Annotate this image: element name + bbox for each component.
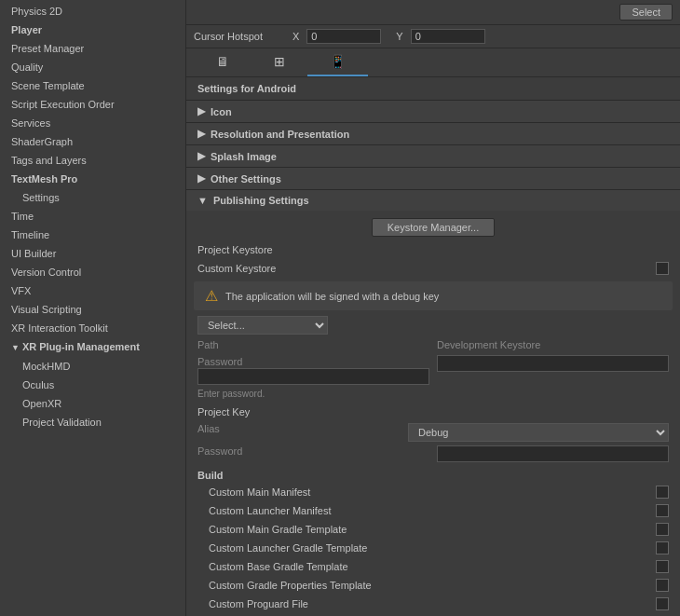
custom-gradle-props-checkbox[interactable] (656, 579, 669, 592)
password2-col: Password (197, 445, 429, 462)
section-splash-title[interactable]: ▶ Splash Image (186, 145, 680, 167)
sidebar-item-vfx[interactable]: VFX (0, 281, 185, 300)
alias-value-col: Debug (408, 423, 669, 442)
keystore-dropdown[interactable]: Select... (197, 316, 328, 335)
tab-standalone[interactable]: ⊞ (252, 48, 307, 76)
section-other-title[interactable]: ▶ Other Settings (186, 168, 680, 189)
password2-row: Password (186, 444, 680, 464)
sidebar-item-xr-plugin[interactable]: ▼XR Plug-in Management (0, 337, 185, 357)
alias-row: Alias Debug (186, 421, 680, 444)
sidebar-item-time[interactable]: Time (0, 207, 185, 226)
custom-base-gradle-checkbox[interactable] (656, 560, 669, 573)
custom-proguard-row: Custom Proguard File (186, 595, 680, 613)
custom-main-gradle-label: Custom Main Gradle Template (197, 524, 656, 535)
alias-dropdown[interactable]: Debug (408, 423, 669, 442)
section-other: ▶ Other Settings (186, 168, 680, 190)
sidebar-item-preset-manager[interactable]: Preset Manager (0, 39, 185, 58)
cursor-x-input[interactable] (306, 29, 381, 44)
tab-monitor[interactable]: 🖥 (194, 48, 252, 76)
arrow-right-icon: ▶ (197, 105, 205, 117)
path-devkeystore-row: Path Development Keystore (186, 336, 680, 353)
sidebar-item-openxr[interactable]: OpenXR (0, 394, 185, 413)
alias-label: Alias (197, 423, 220, 434)
project-key-row: Project Key (186, 403, 680, 421)
sidebar-item-scene-template[interactable]: Scene Template (0, 76, 185, 95)
sidebar-item-oculus[interactable]: Oculus (0, 376, 185, 394)
alias-col: Alias (197, 423, 401, 442)
top-bar: Select (186, 0, 680, 25)
arrow-right-icon4: ▶ (197, 172, 205, 185)
custom-launcher-manifest-label: Custom Launcher Manifest (197, 505, 656, 516)
dev-keystore-label: Development Keystore (437, 338, 669, 351)
section-resolution-title[interactable]: ▶ Resolution and Presentation (186, 123, 680, 144)
settings-for-android-header: Settings for Android (186, 77, 680, 101)
debug-key-warning: ⚠ The application will be signed with a … (194, 281, 673, 310)
sidebar-item-physics2d[interactable]: Physics 2D (0, 2, 185, 21)
sidebar-item-ui-builder[interactable]: UI Builder (0, 244, 185, 263)
keystore-select-row: Select... (186, 314, 680, 336)
path-label: Path (197, 338, 429, 351)
custom-proguard-checkbox[interactable] (656, 597, 669, 610)
custom-base-gradle-label: Custom Base Gradle Template (197, 561, 656, 572)
custom-main-gradle-checkbox[interactable] (656, 523, 669, 536)
custom-launcher-gradle-label: Custom Launcher Gradle Template (197, 542, 656, 554)
custom-keystore-checkbox[interactable] (656, 262, 669, 275)
sidebar-item-textmesh[interactable]: TextMesh Pro (0, 170, 185, 188)
custom-base-gradle-row: Custom Base Gradle Template (186, 557, 680, 576)
platform-tabs: 🖥 ⊞ 📱 (186, 48, 680, 77)
sidebar: Physics 2D Player Preset Manager Quality… (0, 0, 186, 616)
section-icon: ▶ Icon (186, 101, 680, 123)
sidebar-item-xr-interaction[interactable]: XR Interaction Toolkit (0, 319, 185, 337)
password-input[interactable] (197, 368, 429, 385)
grid-icon: ⊞ (274, 54, 285, 69)
select-button[interactable]: Select (619, 4, 673, 21)
custom-proguard-label: Custom Proguard File (197, 598, 656, 609)
sidebar-item-version-control[interactable]: Version Control (0, 263, 185, 281)
sidebar-item-quality[interactable]: Quality (0, 58, 185, 76)
custom-launcher-gradle-checkbox[interactable] (656, 541, 669, 554)
password-label: Password (197, 355, 429, 368)
warning-text: The application will be signed with a de… (225, 291, 439, 302)
keystore-manager-button[interactable]: Keystore Manager... (372, 218, 495, 237)
section-publishing: ▼ Publishing Settings Keystore Manager..… (186, 190, 680, 616)
dev-keystore-input[interactable] (437, 355, 669, 372)
custom-keystore-row: Custom Keystore (186, 259, 680, 278)
arrow-right-icon3: ▶ (197, 150, 205, 162)
custom-gradle-props-row: Custom Gradle Properties Template (186, 576, 680, 595)
custom-launcher-manifest-row: Custom Launcher Manifest (186, 501, 680, 520)
sidebar-item-script-execution[interactable]: Script Execution Order (0, 95, 185, 114)
section-icon-title[interactable]: ▶ Icon (186, 101, 680, 122)
cursor-y-input[interactable] (411, 29, 485, 44)
cursor-x-label: X (292, 31, 299, 42)
project-key-label: Project Key (197, 406, 384, 418)
enter-password-hint: Enter password. (186, 387, 680, 403)
section-splash: ▶ Splash Image (186, 145, 680, 168)
arrow-right-icon2: ▶ (197, 128, 205, 140)
sidebar-item-project-validation[interactable]: Project Validation (0, 413, 185, 431)
sidebar-item-shadergraph[interactable]: ShaderGraph (0, 132, 185, 151)
cursor-hotspot-label: Cursor Hotspot (194, 31, 278, 42)
sidebar-item-settings[interactable]: Settings (0, 188, 185, 207)
publishing-body: Keystore Manager... Project Keystore Cus… (186, 211, 680, 616)
sidebar-item-tags[interactable]: Tags and Layers (0, 151, 185, 170)
sidebar-item-mockhmd[interactable]: MockHMD (0, 357, 185, 376)
custom-gradle-props-label: Custom Gradle Properties Template (197, 580, 656, 591)
warning-icon: ⚠ (205, 287, 218, 305)
project-keystore-label: Project Keystore (197, 244, 384, 255)
custom-main-manifest-checkbox[interactable] (656, 486, 669, 499)
main-panel: Select Cursor Hotspot X Y 🖥 ⊞ 📱 Settings… (186, 0, 680, 616)
sidebar-item-services[interactable]: Services (0, 114, 185, 132)
password-right-col (437, 355, 669, 385)
password-row: Password (186, 353, 680, 387)
tab-android[interactable]: 📱 (307, 48, 368, 76)
custom-launcher-gradle-row: Custom Launcher Gradle Template (186, 539, 680, 557)
password2-input[interactable] (437, 445, 669, 462)
custom-launcher-manifest-checkbox[interactable] (656, 504, 669, 517)
dev-keystore-col: Development Keystore (437, 338, 669, 351)
section-publishing-title[interactable]: ▼ Publishing Settings (186, 190, 680, 211)
cursor-hotspot-row: Cursor Hotspot X Y (186, 25, 680, 48)
sidebar-item-visual-scripting[interactable]: Visual Scripting (0, 300, 185, 319)
sidebar-item-timeline[interactable]: Timeline (0, 226, 185, 244)
android-icon: 📱 (330, 54, 346, 69)
sidebar-item-player[interactable]: Player (0, 21, 185, 39)
